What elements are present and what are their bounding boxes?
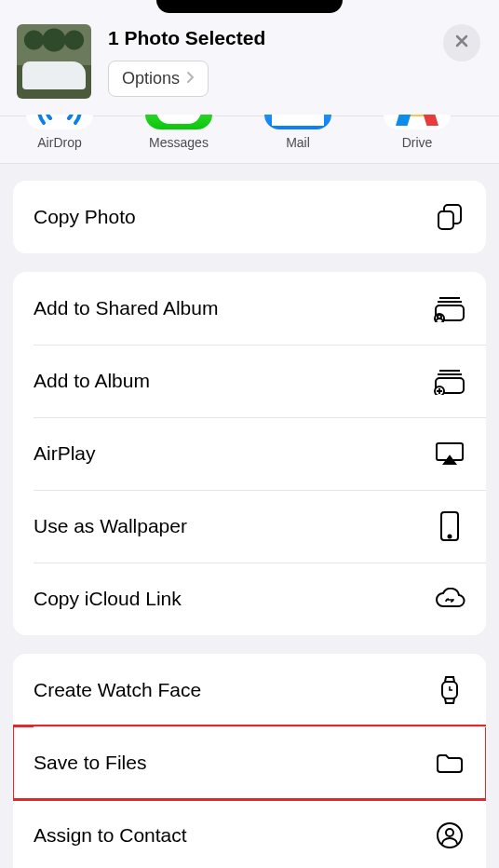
action-label: Add to Shared Album: [34, 297, 218, 319]
action-sections: Copy Photo Add to Shared Album: [0, 164, 499, 868]
action-add-album[interactable]: Add to Album: [13, 345, 486, 417]
action-group-3: Create Watch Face Save to Files Assign t…: [13, 654, 486, 868]
device-notch: [156, 0, 343, 13]
action-group-2: Add to Shared Album Add to Album: [13, 272, 486, 635]
add-album-icon: [434, 365, 465, 397]
options-button[interactable]: Options: [108, 61, 209, 97]
svg-rect-1: [438, 211, 453, 229]
folder-icon: [434, 747, 465, 779]
action-label: Save to Files: [34, 752, 146, 774]
share-app-messages[interactable]: Messages: [145, 115, 212, 150]
airdrop-icon: [26, 115, 93, 129]
action-add-shared-album[interactable]: Add to Shared Album: [13, 272, 486, 345]
action-airplay[interactable]: AirPlay: [13, 417, 486, 490]
action-label: Assign to Contact: [34, 824, 187, 847]
share-app-airdrop[interactable]: AirDrop: [26, 115, 93, 150]
share-app-mail[interactable]: Mail: [264, 115, 331, 150]
photo-thumbnail[interactable]: [17, 24, 91, 99]
share-sheet-header: 1 Photo Selected Options: [0, 0, 499, 116]
app-label: AirDrop: [37, 135, 81, 150]
action-label: Copy iCloud Link: [34, 588, 182, 610]
action-save-to-files[interactable]: Save to Files: [13, 726, 486, 799]
action-use-wallpaper[interactable]: Use as Wallpaper: [13, 490, 486, 563]
contact-icon: [434, 820, 465, 851]
close-button[interactable]: [443, 24, 480, 61]
drive-icon: [384, 115, 451, 129]
action-label: AirPlay: [34, 442, 96, 465]
app-label: Drive: [402, 135, 433, 150]
watch-icon: [434, 674, 465, 706]
close-icon: [453, 33, 470, 53]
action-create-watch-face[interactable]: Create Watch Face: [13, 654, 486, 726]
shared-album-icon: [434, 292, 465, 324]
chevron-right-icon: [185, 69, 195, 88]
action-copy-icloud-link[interactable]: Copy iCloud Link: [13, 563, 486, 635]
copy-icon: [434, 201, 465, 233]
svg-point-12: [446, 829, 453, 836]
action-label: Add to Album: [34, 370, 150, 392]
wallpaper-icon: [434, 510, 465, 542]
action-label: Use as Wallpaper: [34, 515, 187, 537]
share-app-drive[interactable]: Drive: [384, 115, 451, 150]
app-label: Mail: [286, 135, 310, 150]
mail-icon: [264, 115, 331, 129]
app-label: Messages: [149, 135, 209, 150]
share-app-row: AirDrop Messages Mail Drive: [0, 115, 499, 164]
icloud-link-icon: [434, 583, 465, 615]
messages-icon: [145, 115, 212, 129]
action-copy-photo[interactable]: Copy Photo: [13, 181, 486, 253]
action-label: Copy Photo: [34, 206, 136, 228]
action-label: Create Watch Face: [34, 679, 201, 701]
action-assign-contact[interactable]: Assign to Contact: [13, 799, 486, 868]
airplay-icon: [434, 438, 465, 469]
selection-title: 1 Photo Selected: [108, 27, 482, 49]
options-label: Options: [122, 69, 180, 88]
svg-point-9: [449, 536, 452, 538]
action-group-1: Copy Photo: [13, 181, 486, 253]
